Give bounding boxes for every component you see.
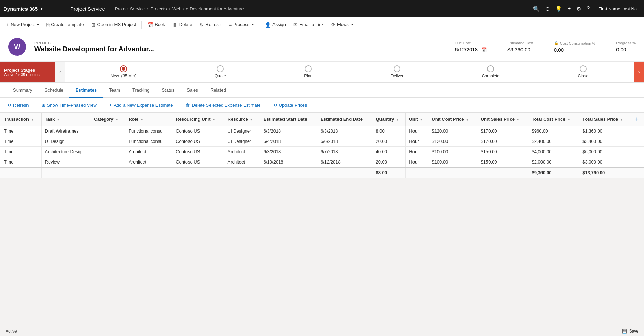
- stage-item-quote[interactable]: Quote: [215, 65, 226, 78]
- app-title-area[interactable]: Dynamics 365 ▾: [3, 6, 65, 12]
- col-header-unit-cost[interactable]: Unit Cost Price ▾: [428, 113, 477, 126]
- open-ms-project-button[interactable]: ⊞ Open in MS Project: [88, 20, 139, 30]
- process-button[interactable]: ≡ Process ▾: [225, 20, 257, 30]
- due-date-value[interactable]: 6/12/2018 📅: [455, 46, 487, 52]
- refresh-label: Refresh: [205, 22, 221, 27]
- update-prices-button[interactable]: ↻ Update Prices: [270, 101, 311, 109]
- estimates-section: ↻ Refresh ⊞ Show Time-Phased View + Add …: [0, 98, 644, 178]
- breadcrumb-item-1[interactable]: Project Service: [115, 6, 145, 11]
- settings-icon[interactable]: ⚙: [576, 6, 581, 12]
- stage-item-close[interactable]: Close: [578, 65, 589, 78]
- col-header-task[interactable]: Task ▾: [41, 113, 90, 126]
- new-project-button[interactable]: + New Project ▾: [3, 20, 42, 30]
- tab-status[interactable]: Status: [155, 83, 181, 98]
- cell-transaction: Time: [0, 126, 42, 136]
- col-header-unit-sales[interactable]: Unit Sales Price ▾: [477, 113, 528, 126]
- stage-bar: Project Stages Active for 35 minutes ‹ N…: [0, 62, 644, 83]
- col-header-quantity[interactable]: Quantity ▾: [372, 113, 406, 126]
- cell-category: [90, 157, 125, 168]
- stage-item-deliver[interactable]: Deliver: [391, 65, 404, 78]
- show-time-phased-button[interactable]: ⊞ Show Time-Phased View: [38, 101, 100, 109]
- stage-item-new[interactable]: New (35 Min): [111, 65, 137, 78]
- table-row[interactable]: TimeReviewArchitectContoso USArchitect6/…: [0, 157, 644, 168]
- tab-team[interactable]: Team: [103, 83, 126, 98]
- col-header-total-cost[interactable]: Total Cost Price ▾: [528, 113, 579, 126]
- cell-task: Draft Wireframes: [41, 126, 90, 136]
- show-time-phased-icon: ⊞: [42, 103, 45, 108]
- stage-item-plan[interactable]: Plan: [304, 65, 312, 78]
- col-header-total-sales[interactable]: Total Sales Price ▾: [579, 113, 632, 126]
- app-title-caret[interactable]: ▾: [41, 7, 42, 11]
- top-nav-icons: 🔍 ⊙ 💡 + ⚙ ?: [533, 6, 590, 12]
- refresh-button[interactable]: ↻ Refresh: [196, 20, 225, 30]
- search-icon[interactable]: 🔍: [533, 6, 540, 12]
- stage-item-complete[interactable]: Complete: [482, 65, 500, 78]
- estimates-refresh-button[interactable]: ↻ Refresh: [4, 101, 32, 109]
- col-header-est-start[interactable]: Estimated Start Date: [260, 113, 317, 126]
- stage-circle-quote: [217, 65, 224, 72]
- stage-nav-left-button[interactable]: ‹: [55, 62, 65, 82]
- recent-icon[interactable]: ⊙: [545, 6, 550, 12]
- sort-transaction-icon: ▾: [32, 118, 33, 122]
- col-header-category[interactable]: Category ▾: [90, 113, 125, 126]
- totals-row: 88.00 $9,360.00 $13,760.00: [0, 167, 644, 178]
- sort-task-icon: ▾: [57, 118, 59, 122]
- col-header-add-column[interactable]: +: [632, 113, 644, 126]
- project-name: Website Development for Adventur...: [34, 45, 433, 53]
- add-expense-button[interactable]: + Add a New Expense Estimate: [106, 101, 176, 109]
- col-header-role[interactable]: Role ▾: [125, 113, 172, 126]
- cell-resource: UI Designer: [224, 126, 260, 136]
- cell-total-cost: $4,000.00: [528, 147, 579, 157]
- calendar-icon[interactable]: 📅: [481, 47, 487, 52]
- refresh-icon: ↻: [200, 22, 204, 28]
- cell-resourcing: Contoso US: [172, 136, 224, 147]
- sort-resource-icon: ▾: [250, 118, 252, 122]
- new-project-caret[interactable]: ▾: [37, 23, 39, 27]
- sort-role-icon: ▾: [141, 118, 143, 122]
- help-lightbulb-icon[interactable]: 💡: [555, 6, 562, 12]
- add-column-icon[interactable]: +: [635, 116, 639, 123]
- col-header-resourcing-unit[interactable]: Resourcing Unit ▾: [172, 113, 224, 126]
- email-link-icon: ✉: [293, 22, 298, 28]
- assign-button[interactable]: 👤 Assign: [261, 20, 289, 30]
- tab-related[interactable]: Related: [204, 83, 232, 98]
- project-info: PROJECT Website Development for Adventur…: [34, 41, 433, 53]
- estimates-refresh-label: Refresh: [13, 103, 29, 108]
- estimates-refresh-icon: ↻: [8, 103, 11, 108]
- cell-est-end: 6/3/2018: [317, 126, 372, 136]
- flows-button[interactable]: ⟳ Flows ▾: [328, 20, 356, 30]
- stage-label-deliver: Deliver: [391, 74, 404, 78]
- cell-transaction: Time: [0, 157, 42, 168]
- cell-transaction: Time: [0, 136, 42, 147]
- cost-consumption-value: 0.00: [554, 47, 595, 53]
- table-row[interactable]: TimeUI DesignFunctional consulContoso US…: [0, 136, 644, 147]
- add-icon[interactable]: +: [568, 6, 571, 12]
- tab-tracking[interactable]: Tracking: [126, 83, 155, 98]
- col-header-unit[interactable]: Unit ▾: [406, 113, 428, 126]
- create-template-button[interactable]: ⎘ Create Template: [43, 20, 87, 30]
- col-header-resource[interactable]: Resource ▾: [224, 113, 260, 126]
- question-icon[interactable]: ?: [587, 6, 590, 12]
- stage-label-panel: Project Stages Active for 35 minutes: [0, 62, 55, 82]
- tab-schedule[interactable]: Schedule: [39, 83, 69, 98]
- stages-track: New (35 Min) Quote Plan Deliver Complete…: [65, 62, 634, 82]
- delete-button[interactable]: 🗑 Delete: [169, 20, 196, 30]
- table-row[interactable]: TimeArchitecture DesigArchitectContoso U…: [0, 147, 644, 157]
- user-name[interactable]: First Name Last Na...: [593, 6, 641, 11]
- stage-nav-right-button[interactable]: ›: [634, 62, 644, 82]
- delete-expense-button[interactable]: 🗑 Delete Selected Expense Estimate: [182, 101, 264, 109]
- book-button[interactable]: 📅 Book: [144, 20, 169, 30]
- breadcrumb-item-2[interactable]: Projects: [151, 6, 167, 11]
- col-header-est-end[interactable]: Estimated End Date: [317, 113, 372, 126]
- email-link-button[interactable]: ✉ Email a Link: [290, 20, 327, 30]
- tab-summary[interactable]: Summary: [7, 83, 39, 98]
- table-row[interactable]: TimeDraft WireframesFunctional consulCon…: [0, 126, 644, 136]
- cell-quantity: 20.00: [372, 157, 406, 168]
- breadcrumb-item-3[interactable]: Website Development for Adventure ...: [172, 6, 249, 11]
- tab-estimates[interactable]: Estimates: [69, 83, 103, 98]
- col-header-transaction[interactable]: Transaction ▾: [0, 113, 42, 126]
- project-header: W PROJECT Website Development for Advent…: [0, 32, 644, 62]
- progress-label: Progress %: [616, 41, 636, 45]
- sort-unit-cost-icon: ▾: [466, 118, 468, 122]
- tab-sales[interactable]: Sales: [181, 83, 204, 98]
